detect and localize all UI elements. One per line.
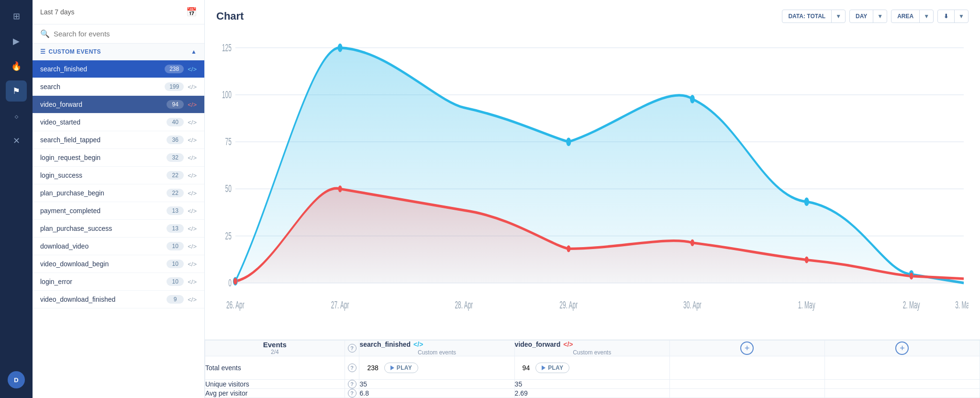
event-item-video-forward[interactable]: video_forward 94 </> <box>33 96 204 114</box>
event-name: search <box>40 83 165 91</box>
event-badge: 94 <box>167 100 184 109</box>
event-badge: 22 <box>167 171 184 180</box>
export-chevron[interactable]: ▼ <box>955 10 968 23</box>
svg-point-18 <box>234 278 237 284</box>
total-number-col2: 94 <box>523 364 530 372</box>
svg-point-22 <box>805 256 809 263</box>
svg-text:1. May: 1. May <box>798 299 815 311</box>
td-avg-help: ? <box>345 389 359 398</box>
td-avg-col3 <box>669 389 824 398</box>
data-total-chevron[interactable]: ▼ <box>832 10 845 23</box>
section-header: ☰ CUSTOM EVENTS ▲ <box>33 44 204 60</box>
help-icon-total[interactable]: ? <box>348 364 356 372</box>
period-chevron[interactable]: ▼ <box>873 10 887 23</box>
td-unique-col1: 35 <box>359 380 514 389</box>
total-val-col1: 238 PLAY <box>359 356 514 379</box>
event-name: download_video <box>40 242 167 250</box>
td-avg-col1: 6.8 <box>359 389 514 398</box>
event-name: plan_purchase_success <box>40 225 167 232</box>
event-name: video_started <box>40 118 167 126</box>
nav-flame-icon[interactable]: 🔥 <box>6 56 27 77</box>
help-icon-avg[interactable]: ? <box>348 389 356 398</box>
total-val-col2: 94 PLAY <box>515 356 669 379</box>
chart-svg: 125 100 75 50 25 0 <box>216 31 969 330</box>
section-title: ☰ CUSTOM EVENTS <box>40 48 101 55</box>
event-item-login-error[interactable]: login_error 10 </> <box>33 273 204 291</box>
event-badge: 9 <box>167 295 184 304</box>
event-name: login_error <box>40 278 167 285</box>
td-avg-col4 <box>824 389 980 398</box>
event-item-login-success[interactable]: login_success 22 </> <box>33 167 204 184</box>
event-item-plan-purchase-begin[interactable]: plan_purchase_begin 22 </> <box>33 184 204 202</box>
event-badge: 10 <box>167 260 184 268</box>
event-badge: 13 <box>167 206 184 215</box>
td-unique-col2: 35 <box>514 380 669 389</box>
chart-controls: DATA: TOTAL ▼ DAY ▼ AREA ▼ ⬇ ▼ <box>782 10 969 23</box>
nav-cross-icon[interactable]: ✕ <box>6 130 27 151</box>
event-name: login_request_begin <box>40 154 167 161</box>
play-button-col1[interactable]: PLAY <box>384 363 418 373</box>
td-unique-col4 <box>824 380 980 389</box>
data-total-button[interactable]: DATA: TOTAL ▼ <box>782 10 846 23</box>
svg-text:27. Apr: 27. Apr <box>331 299 349 311</box>
svg-text:50: 50 <box>225 183 232 195</box>
search-input[interactable] <box>54 30 197 38</box>
export-button[interactable]: ⬇ ▼ <box>937 10 969 23</box>
events-sidebar: Last 7 days 📅 🔍 ☰ CUSTOM EVENTS ▲ search… <box>33 0 205 398</box>
period-label: DAY <box>850 10 873 23</box>
main-content: Chart DATA: TOTAL ▼ DAY ▼ AREA ▼ ⬇ ▼ <box>205 0 980 398</box>
th-search-finished: search_finished </> Custom events <box>359 341 514 356</box>
add-column-button-3[interactable]: + <box>740 341 754 355</box>
event-item-video-started[interactable]: video_started 40 </> <box>33 114 204 131</box>
event-item-plan-purchase-success[interactable]: plan_purchase_success 13 </> <box>33 220 204 238</box>
event-item-search[interactable]: search 199 </> <box>33 78 204 96</box>
th-add-col3: + <box>669 341 824 356</box>
svg-point-13 <box>338 44 343 52</box>
td-total-col4 <box>824 356 980 380</box>
add-column-button-4[interactable]: + <box>895 341 909 355</box>
view-type-button[interactable]: AREA ▼ <box>891 10 934 23</box>
event-item-login-request-begin[interactable]: login_request_begin 32 </> <box>33 149 204 167</box>
td-total-col1: 238 PLAY <box>359 356 514 380</box>
event-item-payment-completed[interactable]: payment_completed 13 </> <box>33 202 204 220</box>
help-icon[interactable]: ? <box>348 344 356 353</box>
svg-point-23 <box>910 273 913 279</box>
event-item-search-field-tapped[interactable]: search_field_tapped 36 </> <box>33 131 204 149</box>
code-icon-blue: </> <box>413 341 423 348</box>
play-triangle-icon <box>542 365 546 370</box>
table-row-avg: Avg per visitor ? 6.8 2.69 <box>205 389 980 398</box>
nav-flag-icon[interactable]: ⚑ <box>6 80 27 102</box>
chevron-up-icon[interactable]: ▲ <box>191 48 197 55</box>
svg-point-20 <box>567 245 570 252</box>
user-avatar[interactable]: D <box>8 371 25 388</box>
event-item-video-download-begin[interactable]: video_download_begin 10 </> <box>33 255 204 273</box>
data-table: Events 2/4 ? search_finished </> Custom … <box>205 340 980 398</box>
code-icon: </> <box>188 66 197 73</box>
nav-filter-icon[interactable]: ⬦ <box>6 105 27 126</box>
calendar-icon[interactable]: 📅 <box>186 7 197 17</box>
svg-text:75: 75 <box>225 136 232 148</box>
event-item-video-download-finished[interactable]: video_download_finished 9 </> <box>33 291 204 308</box>
nav-grid-icon[interactable]: ⊞ <box>6 6 27 27</box>
svg-text:3. May: 3. May <box>955 299 969 311</box>
event-item-download-video[interactable]: download_video 10 </> <box>33 238 204 255</box>
events-col-label: Events <box>205 341 345 349</box>
event-item-search-finished[interactable]: search_finished 238 </> <box>33 60 204 78</box>
svg-point-19 <box>338 185 342 192</box>
code-icon: </> <box>188 154 197 161</box>
svg-point-16 <box>804 197 809 206</box>
nav-play-icon[interactable]: ▶ <box>6 31 27 52</box>
event-badge: 13 <box>167 224 184 233</box>
period-button[interactable]: DAY ▼ <box>849 10 887 23</box>
help-icon-unique[interactable]: ? <box>348 380 356 388</box>
code-icon-red: </> <box>563 341 573 348</box>
code-icon: </> <box>188 278 197 285</box>
svg-text:2. May: 2. May <box>903 299 920 311</box>
event-name: video_download_begin <box>40 260 167 268</box>
td-total-col2: 94 PLAY <box>514 356 669 380</box>
play-button-col2[interactable]: PLAY <box>535 363 569 373</box>
col-name-search-finished: search_finished </> <box>359 341 514 348</box>
view-type-chevron[interactable]: ▼ <box>920 10 933 23</box>
event-list: search_finished 238 </> search 199 </> v… <box>33 60 204 398</box>
code-icon: </> <box>188 101 197 108</box>
